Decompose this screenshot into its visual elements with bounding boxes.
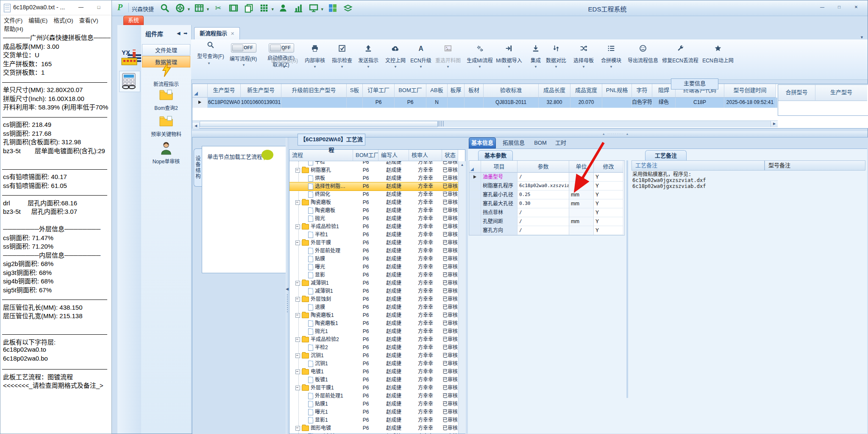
collapse-expander-icon[interactable]	[295, 200, 300, 205]
tree-row[interactable]: 外层干膜1P6赵成捷方幸幸已审核	[289, 384, 458, 392]
tree-row[interactable]: 半检1P6赵成捷方幸幸已审核	[289, 231, 458, 239]
column-header[interactable]: S板	[347, 84, 363, 98]
tab-基本信息[interactable]: 基本信息	[469, 137, 496, 148]
tab-close-icon[interactable]: ✕	[231, 31, 234, 36]
column-header[interactable]: 板材	[465, 84, 484, 98]
table-cell[interactable]	[602, 98, 632, 108]
tree-column-header[interactable]: 编写人	[378, 150, 409, 161]
scroll-up-icon[interactable]: ▲	[459, 161, 466, 167]
table-cell[interactable]	[347, 98, 363, 108]
tree-row[interactable]: 抛光1P6赵成捷方幸幸已审核	[289, 328, 458, 336]
copy-icon[interactable]	[243, 3, 254, 14]
notepad-menu-item[interactable]: 文件(F)	[4, 17, 22, 24]
table-icon[interactable]	[194, 3, 205, 14]
notepad-titlebar[interactable]: 6c18p02wa0.txt - ... — □	[0, 0, 111, 15]
write-flow-toggle[interactable]: OFF	[231, 43, 256, 53]
tree-row[interactable]: 沉铜1P6赵成捷方幸幸已审核	[289, 352, 458, 360]
table-row[interactable]: 6C18P02WA010010600139031P6P6NQJ831B-2011…	[192, 98, 777, 108]
table-cell[interactable]: 2025-06-18 09:52:41	[724, 98, 776, 108]
param-value[interactable]: /	[517, 208, 569, 217]
document-tab[interactable]: 新流程指示✕	[194, 27, 240, 40]
column-header[interactable]: 验收标准	[484, 84, 539, 98]
column-header[interactable]: 生产型号	[815, 85, 867, 101]
column-header[interactable]: 合拼型号	[778, 85, 815, 101]
chevron-down-icon[interactable]: ▼	[206, 7, 210, 11]
param-value[interactable]: /	[517, 173, 569, 182]
tree-row[interactable]: 陶瓷磨板1P6赵成捷方幸幸已审核	[289, 311, 458, 319]
tree-row[interactable]: 选择性树脂…P6赵成捷方幸幸已审核	[289, 182, 458, 190]
tree-row[interactable]: 贴膜P6赵成捷方幸幸已审核	[289, 255, 458, 263]
tree-row[interactable]: 外层前处理1P6赵成捷方幸幸已审核	[289, 392, 458, 400]
remark-col2-header[interactable]: 型号备注	[765, 160, 865, 171]
notepad-text-area[interactable]: ──────广州兴森快捷拼板信息─────成品板厚(MM): 3.00交货单位：…	[0, 31, 111, 434]
scrollbar-grip[interactable]	[438, 121, 444, 126]
write-flow-label[interactable]: 编写流程(R)	[225, 55, 262, 62]
splitter-grip[interactable]: ▲ ········· ▲	[593, 132, 639, 135]
param-row[interactable]: 挡点菲林/Y	[469, 208, 624, 217]
monitor-icon[interactable]	[308, 3, 319, 14]
collapse-expander-icon[interactable]	[295, 426, 300, 431]
param-value[interactable]: 0.25	[517, 190, 569, 199]
notepad-menu-item[interactable]: 格式(O)	[53, 17, 73, 24]
param-value[interactable]: 0.30	[517, 199, 569, 208]
param-row[interactable]: 油墨型号/Y	[469, 173, 624, 182]
column-header[interactable]: 型号创建时间	[724, 84, 776, 98]
ribbon-button-16[interactable]: ECN自动上网	[698, 42, 738, 73]
column-header[interactable]: PNL规格	[602, 84, 632, 98]
tree-row[interactable]: 曝光P6赵成捷方幸幸已审核	[289, 263, 458, 271]
grid-icon[interactable]	[259, 3, 270, 14]
sidebar-item-1[interactable]: 新流程指示	[141, 62, 191, 87]
param-column-header[interactable]: 项目	[481, 161, 517, 173]
tree-row[interactable]: 板镀1P6赵成捷方幸幸已审核	[289, 376, 458, 384]
tree-column-header[interactable]: BOM工厂	[353, 150, 378, 161]
column-header[interactable]: 成品长度	[539, 84, 570, 98]
calculator-link-icon[interactable]	[119, 71, 140, 92]
param-row[interactable]: 塞孔最小孔径0.25mmY	[469, 190, 624, 199]
column-header[interactable]: 新生产型号	[241, 84, 281, 98]
tree-row[interactable]: 贴膜1P6赵成捷方幸幸已审核	[289, 400, 458, 408]
collapse-expander-icon[interactable]	[295, 241, 300, 245]
table-cell[interactable]: 绿色	[652, 98, 676, 108]
tree-row[interactable]: 显影1P6赵成捷方幸幸已审核	[289, 416, 458, 424]
param-row[interactable]: 孔壁间距/mmY	[469, 217, 624, 226]
ribbon-button-14[interactable]: 导出流程信息	[623, 42, 663, 73]
table-cell[interactable]: 白色字符	[632, 98, 652, 108]
notepad-menu-item[interactable]: 查看(V)	[79, 17, 98, 24]
collapse-expander-icon[interactable]	[295, 353, 300, 358]
column-header[interactable]: 字符	[632, 84, 652, 98]
layers-icon[interactable]	[342, 3, 353, 14]
sidebar-item-4[interactable]: Nope单审核	[141, 141, 191, 165]
param-column-header[interactable]: 参数	[517, 161, 569, 173]
param-value[interactable]: /	[517, 226, 569, 235]
tree-column-header[interactable]: 核审人	[409, 150, 442, 161]
collapse-expander-icon[interactable]	[295, 281, 300, 286]
param-row[interactable]: 塞孔方向/Y	[469, 226, 624, 235]
table-cell[interactable]: 6C18P02WA0	[208, 98, 241, 108]
tree-row[interactable]: 半检2P6赵成捷方幸幸已审核	[289, 344, 458, 352]
tree-row[interactable]: 减薄铜1P6赵成捷方幸幸已审核	[289, 279, 458, 287]
tree-row[interactable]: 外层前处理P6赵成捷方幸幸已审核	[289, 247, 458, 255]
device-structure-tab[interactable]: 设备结构	[194, 148, 202, 187]
param-column-header[interactable]: 修改	[594, 161, 623, 173]
horizontal-splitter[interactable]: ▲ ········· ▲	[192, 131, 868, 137]
tree-scrollbar[interactable]: ▲	[458, 161, 466, 434]
help-ring-icon[interactable]	[175, 3, 186, 14]
close-button[interactable]: ✕	[851, 4, 861, 11]
tree-row[interactable]: 退膜P6赵成捷方幸幸已审核	[289, 303, 458, 311]
column-header[interactable]: 成品宽度	[570, 84, 602, 98]
table-cell[interactable]: P6	[363, 98, 395, 108]
ribbon-collapse-icon[interactable]: ▼	[860, 35, 864, 39]
tree-row[interactable]: 外层干膜P6赵成捷方幸幸已审核	[289, 239, 458, 247]
collapse-expander-icon[interactable]	[295, 386, 300, 390]
system-menu-tab[interactable]: 系统	[123, 16, 144, 25]
table-cell[interactable]	[281, 98, 347, 108]
param-column-header[interactable]: 单位	[569, 161, 594, 173]
process-remark-tab[interactable]: 工艺备注	[645, 150, 687, 161]
table-cell[interactable]: QJ831B-2011	[484, 98, 539, 108]
notepad-maximize-button[interactable]: □	[93, 3, 105, 12]
param-row[interactable]: 树脂塞孔程序6c18p02wa0.xzszviaY	[469, 182, 624, 190]
tab-工时[interactable]: 工时	[552, 137, 570, 148]
minimize-button[interactable]: —	[818, 4, 827, 11]
tree-row[interactable]: 终固化P6赵成捷方幸幸已审核	[289, 190, 458, 199]
column-header[interactable]: 生产型号	[208, 84, 241, 98]
